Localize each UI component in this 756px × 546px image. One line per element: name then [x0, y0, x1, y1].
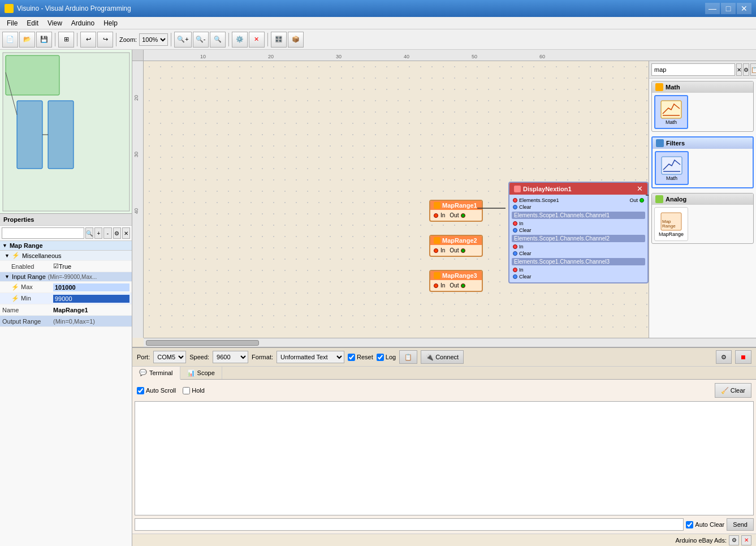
maprange1-in-dot	[434, 213, 438, 218]
ruler-vmark-40: 40	[133, 208, 139, 214]
zoom-label: Zoom:	[119, 36, 137, 43]
maprange1-out-pin: Out	[448, 212, 466, 219]
search-btn[interactable]: ⚙	[743, 63, 749, 76]
maprange2-in-dot	[434, 248, 438, 253]
save-button[interactable]: 💾	[36, 32, 52, 48]
input-expand[interactable]: ▼	[5, 274, 10, 280]
search-clear-btn[interactable]: ✕	[736, 63, 742, 76]
grid-button[interactable]: ⊞	[58, 32, 74, 48]
log-file-btn[interactable]: 📋	[399, 350, 417, 364]
auto-scroll-label[interactable]: Auto Scroll	[137, 387, 176, 394]
titlebar: Visuino - Visual Arduino Programming — □…	[0, 0, 756, 17]
maprange2-block[interactable]: MapRange2 In Out	[429, 235, 483, 257]
lib-item-maprange[interactable]: Map Range MapRange	[654, 207, 688, 241]
menu-help[interactable]: Help	[99, 18, 122, 28]
filters-math-svg	[660, 156, 683, 175]
props-search-btn[interactable]: 🔍	[85, 227, 93, 239]
zoom-out-button[interactable]: 🔍-	[193, 32, 209, 48]
library-search-input[interactable]	[651, 63, 735, 76]
upload-button[interactable]: ✕	[249, 32, 265, 48]
send-button[interactable]: Send	[727, 518, 754, 531]
log-checkbox-label[interactable]: Log	[377, 354, 396, 361]
props-del-btn[interactable]: -	[103, 227, 111, 239]
map-range-label: Map Range	[10, 242, 43, 249]
lib-item-math[interactable]: Math	[654, 95, 688, 129]
lib-filters-header[interactable]: Filters	[653, 137, 753, 149]
bottom-panel: Port: COM5 COM1 COM2 COM3 COM4 COM6 Spee…	[132, 347, 756, 534]
search-extra-btn1[interactable]: 📋	[750, 63, 756, 76]
dn-close-btn[interactable]: ✕	[637, 184, 643, 193]
scrollbar-thumb-h[interactable]	[146, 340, 259, 346]
hold-checkbox[interactable]	[183, 387, 190, 394]
analog-label: Analog	[666, 196, 686, 203]
auto-clear-label[interactable]: Auto Clear	[686, 521, 724, 528]
enabled-value: True	[59, 263, 129, 270]
hold-label[interactable]: Hold	[183, 387, 205, 394]
auto-scroll-checkbox[interactable]	[137, 387, 144, 394]
expand-arrow[interactable]: ▼	[2, 243, 7, 248]
minimize-button[interactable]: —	[705, 3, 720, 14]
compile-button[interactable]: ⚙️	[232, 32, 248, 48]
main-canvas[interactable]: MapRange1 In Out	[144, 61, 649, 338]
undo-button[interactable]: ↩	[80, 32, 96, 48]
auto-clear-checkbox[interactable]	[686, 521, 693, 528]
dn-out-label: Out	[629, 197, 638, 203]
misc-expand[interactable]: ▼	[5, 253, 10, 259]
ruler-horizontal: 10 20 30 40 50 60	[132, 50, 756, 61]
speed-select[interactable]: 9600 300 1200 2400 4800 19200 38400 5760…	[213, 351, 248, 363]
reset-checkbox[interactable]	[348, 354, 355, 361]
menu-edit[interactable]: Edit	[22, 18, 43, 28]
app-icon	[5, 4, 14, 13]
max-label: ⚡ Max	[2, 283, 53, 291]
library-btn[interactable]: 📦	[288, 32, 304, 48]
port-label: Port:	[137, 354, 150, 360]
maprange2-in-label: In	[440, 247, 445, 253]
lib-item-filters-math[interactable]: Math	[655, 151, 689, 185]
dn-channel1-bar: Elements.Scope1.Channels.Channel1	[512, 212, 645, 219]
display-nextion-block[interactable]: DisplayNextion1 ✕ Elements.Scope1 Out	[508, 182, 649, 283]
ads-close-btn[interactable]: ✕	[741, 535, 751, 545]
maprange1-in-pin: In	[433, 212, 446, 219]
redo-button[interactable]: ↪	[97, 32, 113, 48]
reset-checkbox-label[interactable]: Reset	[348, 354, 373, 361]
zoom-select[interactable]: 100%	[139, 33, 168, 46]
ads-settings-btn[interactable]: ⚙	[729, 535, 739, 545]
props-close-btn[interactable]: ✕	[122, 227, 130, 239]
close-button[interactable]: ✕	[737, 3, 751, 14]
dn-channel2-bar: Elements.Scope1.Channels.Channel2	[512, 235, 645, 242]
port-select[interactable]: COM5 COM1 COM2 COM3 COM4 COM6	[153, 351, 186, 363]
horizontal-scrollbar[interactable]	[144, 338, 756, 347]
menu-view[interactable]: View	[43, 18, 67, 28]
lib-section-analog: Analog Map Range	[651, 193, 754, 244]
lib-math-header[interactable]: Math	[652, 81, 753, 93]
props-add-btn[interactable]: +	[94, 227, 102, 239]
maprange1-outputs: Out	[448, 212, 466, 219]
maximize-button[interactable]: □	[721, 3, 736, 14]
maprange1-block[interactable]: MapRange1 In Out	[429, 200, 483, 222]
tab-scope[interactable]: 📊 Scope	[180, 367, 222, 379]
props-settings-btn[interactable]: ⚙	[113, 227, 121, 239]
new-button[interactable]: 📄	[2, 32, 18, 48]
log-checkbox[interactable]	[377, 354, 384, 361]
props-search-input[interactable]	[2, 227, 84, 239]
dn-row-clear4: Clear	[512, 273, 645, 280]
zoom-in-button[interactable]: 🔍+	[174, 32, 191, 48]
zoom-fit-button[interactable]: 🔍	[210, 32, 226, 48]
separator2	[77, 33, 77, 46]
titlebar-left: Visuino - Visual Arduino Programming	[5, 4, 131, 13]
lib-analog-header[interactable]: Analog	[652, 194, 753, 205]
menu-file[interactable]: File	[2, 18, 22, 28]
open-button[interactable]: 📂	[19, 32, 35, 48]
clear-button[interactable]: 🧹 Clear	[715, 383, 751, 398]
arduino-icon-btn[interactable]: 🎛️	[271, 32, 287, 48]
maprange3-icon	[434, 272, 440, 279]
tab-terminal[interactable]: 💬 Terminal	[132, 367, 180, 380]
connect-btn[interactable]: 🔌 Connect	[421, 350, 464, 364]
maprange3-block[interactable]: MapRange3 In Out	[429, 270, 483, 292]
menu-arduino[interactable]: Arduino	[67, 18, 99, 28]
format-select[interactable]: Unformatted Text Hex Decimal	[277, 351, 344, 363]
serial-settings-btn[interactable]: ⚙	[716, 350, 732, 364]
serial-stop-btn[interactable]: ⏹	[735, 350, 751, 364]
terminal-input-field[interactable]	[135, 518, 684, 531]
serial-toolbar: Port: COM5 COM1 COM2 COM3 COM4 COM6 Spee…	[132, 348, 756, 367]
